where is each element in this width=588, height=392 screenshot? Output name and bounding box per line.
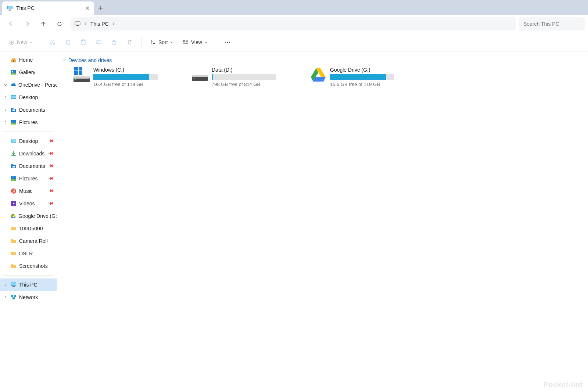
monitor-icon — [74, 21, 81, 27]
sidebar-item-documents[interactable]: Documents — [0, 104, 57, 116]
svg-point-49 — [194, 78, 195, 79]
sidebar-item-label: 100D5000 — [19, 226, 43, 231]
drive-item[interactable]: Data (D:)798 GB free of 814 GB — [192, 67, 295, 87]
sidebar-item-google-drive-g-[interactable]: Google Drive (G:📌 — [0, 210, 57, 222]
tab-bar: This PC — [0, 0, 588, 15]
drive-free-text: 16.4 GB free of 119 GB — [93, 82, 176, 87]
new-button[interactable]: New — [4, 36, 36, 49]
svg-rect-2 — [9, 10, 11, 10]
network-icon — [10, 294, 17, 301]
sidebar-item-gallery[interactable]: Gallery — [0, 66, 57, 79]
delete-button[interactable] — [123, 36, 137, 49]
sidebar-item-label: Videos — [19, 201, 35, 206]
tab-this-pc[interactable]: This PC — [2, 1, 94, 15]
sidebar-item-label: Music — [19, 188, 33, 194]
new-tab-button[interactable] — [94, 1, 107, 15]
svg-rect-36 — [12, 286, 15, 287]
sort-button[interactable]: Sort — [146, 36, 177, 49]
sidebar-item-100d5000[interactable]: 100D5000 — [0, 222, 57, 235]
sidebar-item-onedrive-persona[interactable]: OneDrive - Persona — [0, 79, 57, 91]
view-button[interactable]: View — [179, 36, 211, 49]
pin-icon: 📌 — [47, 150, 55, 158]
share-button[interactable] — [107, 36, 121, 49]
nav-bar: This PC — [0, 15, 588, 33]
svg-point-18 — [229, 42, 230, 42]
refresh-button[interactable] — [51, 16, 68, 32]
svg-rect-48 — [192, 75, 208, 77]
desktop-icon — [10, 138, 17, 144]
sidebar-item-downloads[interactable]: Downloads📌 — [0, 147, 57, 160]
svg-rect-19 — [13, 60, 14, 62]
folder-icon — [10, 250, 17, 257]
back-button[interactable] — [3, 16, 19, 32]
sidebar-item-label: Camera Roll — [19, 238, 48, 244]
close-icon[interactable] — [85, 6, 90, 10]
up-button[interactable] — [35, 16, 51, 32]
sidebar-item-desktop[interactable]: Desktop — [0, 91, 57, 104]
sidebar-item-camera-roll[interactable]: Camera Roll — [0, 235, 57, 247]
gdrive-icon — [310, 67, 326, 83]
chevron-icon[interactable] — [4, 96, 7, 99]
divider — [4, 275, 53, 276]
chevron-icon[interactable] — [4, 108, 7, 112]
sidebar-item-desktop[interactable]: Desktop📌 — [0, 135, 57, 147]
copy-button[interactable] — [61, 36, 75, 49]
sidebar-item-pictures[interactable]: Pictures📌 — [0, 172, 57, 185]
chevron-icon[interactable] — [4, 295, 7, 299]
more-button[interactable] — [220, 36, 234, 49]
sidebar-item-pictures[interactable]: Pictures — [0, 116, 57, 129]
toolbar: New Sort View — [0, 33, 588, 51]
drive-item[interactable]: Google Drive (G:)15.6 GB free of 119 GB — [310, 67, 413, 87]
music-icon — [10, 188, 17, 194]
sidebar-item-home[interactable]: Home — [0, 54, 57, 66]
group-header-devices[interactable]: Devices and drives — [62, 55, 583, 67]
search-box[interactable] — [519, 17, 585, 30]
cut-button[interactable] — [46, 36, 60, 49]
address-bar[interactable]: This PC — [71, 17, 516, 30]
chevron-icon[interactable] — [4, 283, 7, 287]
sidebar-item-this-pc[interactable]: This PC — [0, 278, 57, 291]
drive-usage-bar — [330, 74, 394, 80]
pin-icon: 📌 — [47, 199, 55, 208]
svg-rect-10 — [67, 41, 70, 44]
folder-icon — [10, 225, 17, 232]
svg-rect-41 — [74, 76, 90, 79]
drive-usage-bar — [212, 74, 276, 80]
main-content: Devices and drives Windows (C:)16.4 GB f… — [57, 51, 588, 392]
rename-button[interactable] — [92, 36, 106, 49]
drive-item[interactable]: Windows (C:)16.4 GB free of 119 GB — [74, 67, 176, 87]
chevron-right-icon[interactable] — [84, 22, 87, 26]
sidebar-item-dslr[interactable]: DSLR — [0, 247, 57, 260]
pin-icon: 📌 — [47, 187, 55, 195]
chevron-icon[interactable] — [4, 83, 7, 87]
view-label: View — [191, 39, 202, 45]
watermark: Pocket-lint — [543, 381, 583, 389]
sidebar-item-videos[interactable]: Videos📌 — [0, 197, 57, 210]
sidebar-item-documents[interactable]: Documents📌 — [0, 160, 57, 172]
breadcrumb-segment[interactable]: This PC — [90, 21, 109, 27]
svg-point-7 — [50, 43, 52, 44]
sidebar-item-label: Google Drive (G: — [18, 213, 57, 219]
paste-button[interactable] — [76, 36, 90, 49]
chevron-down-icon — [170, 40, 173, 44]
search-input[interactable] — [523, 21, 581, 27]
svg-rect-38 — [14, 295, 16, 297]
sidebar-item-label: Downloads — [19, 151, 44, 157]
clipboard-icon — [80, 39, 87, 46]
tab-title: This PC — [16, 5, 35, 11]
home-icon — [10, 57, 17, 63]
pin-icon: 📌 — [47, 137, 55, 145]
chevron-icon[interactable] — [4, 121, 7, 124]
pin-icon: 📌 — [47, 175, 55, 183]
drive-free-text: 15.6 GB free of 119 GB — [330, 82, 413, 87]
sidebar-item-screenshots[interactable]: Screenshots — [0, 260, 57, 272]
sidebar-item-network[interactable]: Network — [0, 291, 57, 303]
svg-rect-27 — [11, 139, 16, 142]
sidebar-item-music[interactable]: Music📌 — [0, 185, 57, 197]
sidebar-item-label: Desktop — [19, 94, 38, 100]
forward-button[interactable] — [19, 16, 35, 32]
disk-icon — [192, 67, 208, 83]
windisk-icon — [74, 67, 90, 83]
svg-rect-43 — [74, 67, 78, 71]
chevron-right-icon[interactable] — [112, 22, 115, 26]
